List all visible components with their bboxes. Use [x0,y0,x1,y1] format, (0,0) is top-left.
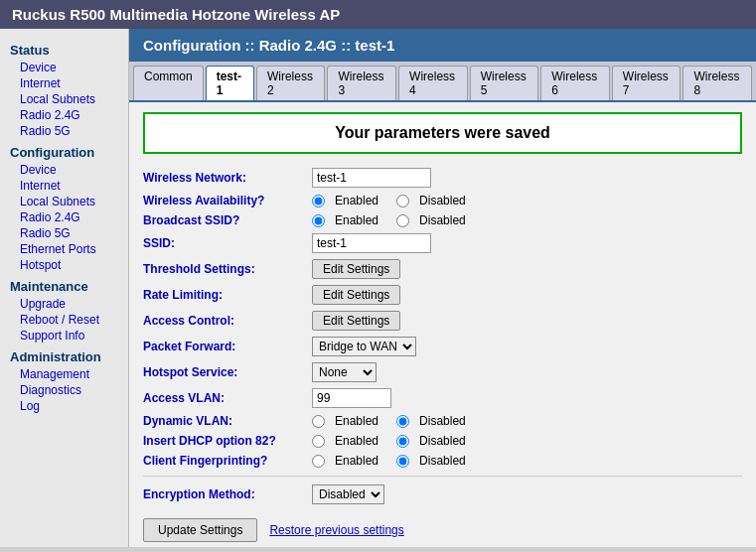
update-settings-button[interactable]: Update Settings [143,518,257,542]
banner-title-text: Ruckus R500 Multimedia Hotzone Wireless … [12,6,340,23]
tab-wireless-4[interactable]: Wireless 4 [398,66,468,100]
threshold-settings-value: Edit Settings [312,259,400,279]
dhcp82-disabled-label: Disabled [419,434,466,448]
rate-limiting-label: Rate Limiting: [143,288,312,302]
bcast-enabled-radio[interactable] [312,214,325,227]
rate-limiting-row: Rate Limiting: Edit Settings [143,285,742,305]
tab-wireless-5[interactable]: Wireless 5 [470,66,539,100]
sidebar-item-hotspot[interactable]: Hotspot [0,257,128,273]
encryption-method-select[interactable]: Disabled WPA2 WPA [312,484,384,504]
hotspot-service-value: None Default [312,362,377,382]
encryption-method-value: Disabled WPA2 WPA [312,484,384,504]
wireless-network-value [312,168,431,188]
sidebar-section-configuration: Configuration [0,139,128,162]
access-vlan-label: Access VLAN: [143,391,312,405]
dynvlan-disabled-radio[interactable] [396,415,409,428]
page-header: Configuration :: Radio 2.4G :: test-1 [129,29,756,62]
dhcp-option-row: Insert DHCP option 82? Enabled Disabled [143,434,742,448]
dhcp82-enabled-radio[interactable] [312,435,325,448]
encryption-method-row: Encryption Method: Disabled WPA2 WPA [143,484,742,504]
tab-wireless-3[interactable]: Wireless 3 [327,66,396,100]
restore-previous-link[interactable]: Restore previous settings [269,523,403,537]
ssid-input[interactable] [312,233,431,253]
broadcast-ssid-row: Broadcast SSID? Enabled Disabled [143,213,742,227]
tab-wireless-8[interactable]: Wireless 8 [682,66,752,100]
bottom-buttons: Update Settings Restore previous setting… [143,518,742,542]
dynamic-vlan-label: Dynamic VLAN: [143,414,312,428]
threshold-settings-label: Threshold Settings: [143,262,312,276]
avail-disabled-radio[interactable] [396,195,409,207]
hotspot-service-label: Hotspot Service: [143,365,312,379]
wireless-network-label: Wireless Network: [143,171,312,185]
client-fingerprinting-label: Client Fingerprinting? [143,454,312,468]
sidebar-item-device[interactable]: Device [0,60,128,75]
cfp-disabled-radio[interactable] [396,455,409,468]
sidebar-item-log[interactable]: Log [0,398,128,414]
hotspot-service-select[interactable]: None Default [312,362,377,382]
access-control-label: Access Control: [143,314,312,328]
sidebar-item-radio-5g[interactable]: Radio 5G [0,123,128,139]
sidebar-item-internet[interactable]: Internet [0,178,128,194]
sidebar-item-support-info[interactable]: Support Info [0,328,128,344]
tab-test-1[interactable]: test-1 [206,66,254,100]
threshold-settings-row: Threshold Settings: Edit Settings [143,259,742,279]
avail-enabled-label: Enabled [335,194,378,207]
sidebar-item-reboot--reset[interactable]: Reboot / Reset [0,312,128,328]
success-message-text: Your parameters were saved [335,124,550,141]
hotspot-service-row: Hotspot Service: None Default [143,362,742,382]
broadcast-ssid-value: Enabled Disabled [312,213,476,227]
form-divider [143,476,742,477]
tab-bar: Commontest-1Wireless 2Wireless 3Wireless… [129,62,756,102]
bcast-disabled-radio[interactable] [396,214,409,227]
tab-wireless-6[interactable]: Wireless 6 [540,66,610,100]
access-control-button[interactable]: Edit Settings [312,311,400,331]
access-control-row: Access Control: Edit Settings [143,311,742,331]
wireless-network-input[interactable] [312,168,431,188]
wireless-network-row: Wireless Network: [143,168,742,188]
cfp-enabled-label: Enabled [335,454,378,468]
wireless-availability-label: Wireless Availability? [143,194,312,207]
dynvlan-enabled-radio[interactable] [312,415,325,428]
sidebar-item-internet[interactable]: Internet [0,75,128,91]
threshold-settings-button[interactable]: Edit Settings [312,259,400,279]
ssid-label: SSID: [143,236,312,250]
ssid-row: SSID: [143,233,742,253]
main-content: Configuration :: Radio 2.4G :: test-1 Co… [129,29,756,547]
tab-wireless-7[interactable]: Wireless 7 [612,66,681,100]
bcast-enabled-label: Enabled [335,213,378,227]
cfp-enabled-radio[interactable] [312,455,325,468]
avail-enabled-radio[interactable] [312,195,325,207]
sidebar-item-radio-5g[interactable]: Radio 5G [0,225,128,241]
ssid-value [312,233,431,253]
encryption-method-label: Encryption Method: [143,487,312,501]
sidebar-item-diagnostics[interactable]: Diagnostics [0,382,128,398]
avail-disabled-label: Disabled [419,194,466,207]
form-area: Wireless Network: Wireless Availability?… [129,164,756,547]
dynamic-vlan-value: Enabled Disabled [312,414,476,428]
tab-common[interactable]: Common [133,66,204,100]
packet-forward-select[interactable]: Bridge to WAN NAT to WAN NAT to LAN [312,337,416,356]
sidebar-item-upgrade[interactable]: Upgrade [0,296,128,312]
packet-forward-value: Bridge to WAN NAT to WAN NAT to LAN [312,337,416,356]
sidebar-item-ethernet-ports[interactable]: Ethernet Ports [0,241,128,257]
wireless-availability-row: Wireless Availability? Enabled Disabled [143,194,742,207]
dhcp-option-value: Enabled Disabled [312,434,476,448]
sidebar-item-radio-2.4g[interactable]: Radio 2.4G [0,107,128,123]
access-vlan-row: Access VLAN: [143,388,742,408]
rate-limiting-button[interactable]: Edit Settings [312,285,400,305]
sidebar-item-device[interactable]: Device [0,162,128,178]
dhcp82-disabled-radio[interactable] [396,435,409,448]
sidebar-item-local-subnets[interactable]: Local Subnets [0,91,128,107]
app-title: Ruckus R500 Multimedia Hotzone Wireless … [0,0,756,29]
sidebar-item-management[interactable]: Management [0,366,128,382]
sidebar-item-local-subnets[interactable]: Local Subnets [0,194,128,209]
packet-forward-label: Packet Forward: [143,340,312,353]
dynamic-vlan-row: Dynamic VLAN: Enabled Disabled [143,414,742,428]
tab-wireless-2[interactable]: Wireless 2 [256,66,326,100]
cfp-disabled-label: Disabled [419,454,466,468]
sidebar: StatusDeviceInternetLocal SubnetsRadio 2… [0,29,129,547]
sidebar-section-administration: Administration [0,344,128,366]
access-vlan-input[interactable] [312,388,391,408]
sidebar-item-radio-2.4g[interactable]: Radio 2.4G [0,209,128,225]
client-fingerprinting-row: Client Fingerprinting? Enabled Disabled [143,454,742,468]
